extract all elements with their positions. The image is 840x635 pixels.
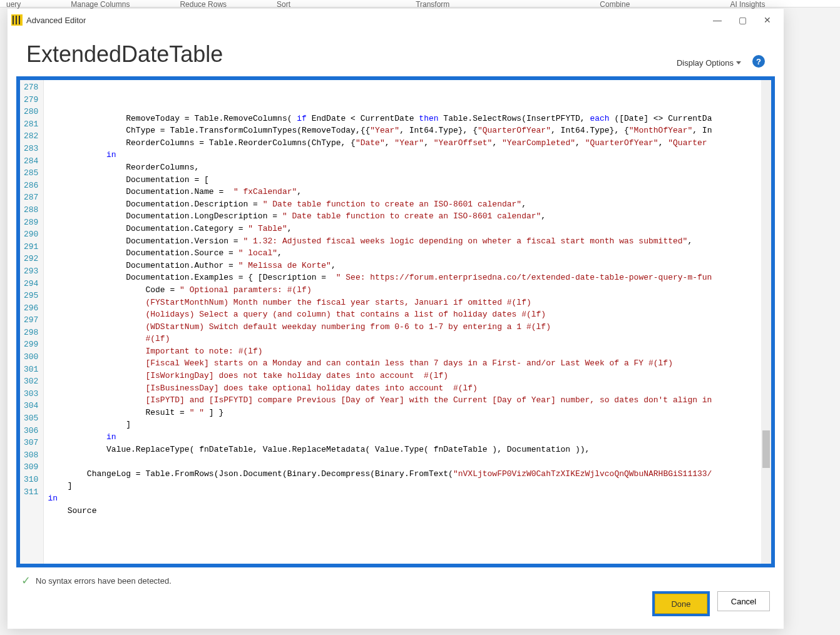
code-line[interactable]: Important to note: #(lf) — [48, 345, 771, 358]
vertical-scrollbar[interactable] — [761, 80, 771, 564]
titlebar: Advanced Editor — ▢ ✕ — [8, 9, 784, 31]
code-line[interactable]: in — [48, 431, 771, 444]
ribbon-tab[interactable]: Reduce Rows — [180, 0, 227, 9]
code-line[interactable] — [48, 100, 771, 113]
code-line[interactable]: Documentation.Author = " Melissa de Kort… — [48, 260, 771, 272]
ribbon-tab[interactable]: Transform — [416, 0, 449, 9]
code-line[interactable]: Documentation.Name = " fxCalendar", — [48, 186, 771, 198]
ribbon-background: uery Manage Columns Reduce Rows Sort Tra… — [0, 0, 840, 8]
display-options-dropdown[interactable]: Display Options — [677, 58, 741, 68]
maximize-button[interactable]: ▢ — [730, 11, 755, 29]
code-area[interactable]: RemoveToday = Table.RemoveColumns( if En… — [44, 80, 771, 564]
status-row: ✓ No syntax errors have been detected. — [8, 570, 784, 591]
code-line[interactable]: [IsPYTD] and [IsPFYTD] compare Previous … — [48, 394, 771, 407]
code-line[interactable]: (FYStartMonthNum) Month number the fisca… — [48, 297, 771, 309]
app-icon — [11, 14, 23, 26]
code-line[interactable]: ] — [48, 419, 771, 431]
code-line[interactable]: (WDStartNum) Switch default weekday numb… — [48, 321, 771, 333]
display-options-label: Display Options — [677, 58, 734, 68]
ribbon-tab[interactable]: Manage Columns — [71, 0, 130, 9]
ribbon-tab[interactable]: Sort — [277, 0, 290, 9]
code-line[interactable]: ReorderColumns, — [48, 161, 771, 174]
code-line[interactable]: #(lf) — [48, 333, 771, 345]
code-line[interactable]: Code = " Optional paramters: #(lf) — [48, 284, 771, 297]
code-line[interactable]: Documentation = [ — [48, 174, 771, 186]
code-line[interactable]: [Fiscal Week] starts on a Monday and can… — [48, 357, 771, 370]
query-name-title: ExtendedDateTable — [26, 41, 223, 68]
code-line[interactable]: (Holidays) Select a query (and column) t… — [48, 308, 771, 321]
code-line[interactable]: Documentation.Category = " Table", — [48, 223, 771, 235]
code-line[interactable]: [IsWorkingDay] does not take holiday dat… — [48, 370, 771, 382]
vertical-scrollbar-thumb[interactable] — [762, 430, 770, 468]
code-line[interactable]: Result = " " ] } — [48, 407, 771, 419]
code-line[interactable]: Documentation.LongDescription = " Date t… — [48, 210, 771, 223]
code-line[interactable]: RemoveToday = Table.RemoveColumns( if En… — [48, 113, 771, 125]
dialog-header: ExtendedDateTable Display Options ? — [8, 31, 784, 74]
code-line[interactable]: Documentation.Examples = { [Description … — [48, 272, 771, 284]
check-icon: ✓ — [21, 574, 31, 587]
close-button[interactable]: ✕ — [755, 11, 780, 29]
ribbon-tab[interactable]: AI Insights — [730, 0, 765, 9]
cancel-button[interactable]: Cancel — [717, 591, 770, 611]
code-editor[interactable]: 2782792802812822832842852862872882892902… — [16, 76, 775, 567]
code-line[interactable]: Value.ReplaceType( fnDateTable, Value.Re… — [48, 444, 771, 456]
minimize-button[interactable]: — — [705, 11, 730, 29]
ribbon-tab[interactable]: uery — [6, 0, 21, 9]
code-line[interactable]: ChType = Table.TransformColumnTypes(Remo… — [48, 124, 771, 137]
code-line[interactable]: ReorderColumns = Table.ReorderColumns(Ch… — [48, 137, 771, 150]
code-line[interactable]: in — [48, 492, 771, 505]
chevron-down-icon — [736, 61, 741, 64]
code-line[interactable]: [IsBusinessDay] does take optional holid… — [48, 382, 771, 395]
advanced-editor-dialog: Advanced Editor — ▢ ✕ ExtendedDateTable … — [8, 9, 784, 629]
code-line[interactable]: ChangeLog = Table.FromRows(Json.Document… — [48, 468, 771, 480]
window-title: Advanced Editor — [26, 16, 86, 25]
line-number-gutter: 2782792802812822832842852862872882892902… — [20, 80, 44, 564]
code-line[interactable]: Documentation.Source = " local", — [48, 247, 771, 260]
code-line[interactable]: Documentation.Version = " 1.32: Adjusted… — [48, 235, 771, 248]
code-line[interactable] — [48, 455, 771, 468]
code-line[interactable]: Source — [48, 505, 771, 517]
dialog-buttons: Done Cancel — [8, 591, 784, 629]
code-line[interactable]: Documentation.Description = " Date table… — [48, 198, 771, 211]
status-message: No syntax errors have been detected. — [36, 576, 172, 586]
ribbon-tab[interactable]: Combine — [600, 0, 630, 9]
done-button[interactable]: Done — [655, 594, 707, 614]
code-line[interactable]: in — [48, 149, 771, 161]
help-icon[interactable]: ? — [752, 55, 765, 68]
done-highlight-frame: Done — [652, 591, 710, 616]
code-line[interactable]: ] — [48, 480, 771, 492]
